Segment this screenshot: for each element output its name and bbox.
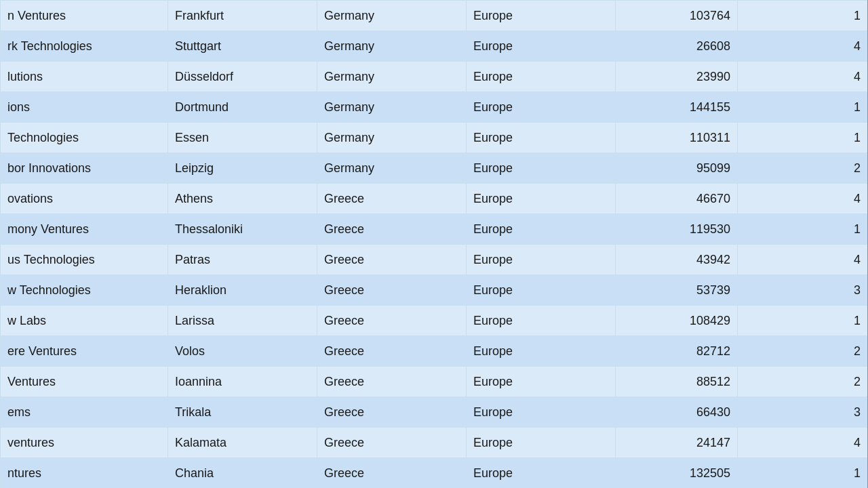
table-cell: Leipzig [168,153,317,184]
table-cell: Germany [317,31,467,62]
table-cell: rk Technologies [1,31,168,62]
table-cell: Europe [467,1,616,31]
table-cell: 1 [738,214,869,245]
table-cell: w Labs [1,306,168,336]
table-cell: Europe [467,184,616,214]
table-cell: Europe [467,397,616,428]
table-container: n VenturesFrankfurtGermanyEurope1037641r… [0,0,868,488]
table-cell: Essen [168,123,317,153]
table-row[interactable]: lutionsDüsseldorfGermanyEurope239904 [1,62,869,92]
table-cell: 82712 [616,336,738,367]
table-cell: Greece [317,306,467,336]
table-cell: 2 [738,367,869,397]
table-cell: 2 [738,336,869,367]
table-cell: Europe [467,245,616,275]
table-cell: Greece [317,367,467,397]
table-cell: ntures [1,458,168,489]
table-cell: 1 [738,92,869,123]
table-cell: 4 [738,31,869,62]
table-cell: lutions [1,62,168,92]
table-cell: Greece [317,184,467,214]
table-cell: 1 [738,1,869,31]
table-cell: 119530 [616,214,738,245]
table-cell: 4 [738,62,869,92]
table-row[interactable]: w LabsLarissaGreeceEurope1084291 [1,306,869,336]
table-cell: Europe [467,275,616,306]
table-cell: 2 [738,153,869,184]
table-row[interactable]: us TechnologiesPatrasGreeceEurope439424 [1,245,869,275]
table-cell: 144155 [616,92,738,123]
table-row[interactable]: n VenturesFrankfurtGermanyEurope1037641 [1,1,869,31]
table-cell: Stuttgart [168,31,317,62]
table-cell: Larissa [168,306,317,336]
table-row[interactable]: ere VenturesVolosGreeceEurope827122 [1,336,869,367]
table-cell: n Ventures [1,1,168,31]
table-cell: Europe [467,214,616,245]
table-cell: Europe [467,428,616,458]
table-cell: 4 [738,245,869,275]
table-cell: 43942 [616,245,738,275]
table-cell: Germany [317,153,467,184]
table-cell: Europe [467,153,616,184]
table-row[interactable]: bor InnovationsLeipzigGermanyEurope95099… [1,153,869,184]
table-cell: 4 [738,184,869,214]
table-cell: Greece [317,245,467,275]
table-cell: Greece [317,275,467,306]
table-cell: Europe [467,306,616,336]
table-cell: Germany [317,123,467,153]
table-cell: 53739 [616,275,738,306]
table-cell: Kalamata [168,428,317,458]
table-cell: mony Ventures [1,214,168,245]
table-cell: Volos [168,336,317,367]
table-cell: ere Ventures [1,336,168,367]
table-cell: 1 [738,458,869,489]
table-cell: 1 [738,123,869,153]
data-table: n VenturesFrankfurtGermanyEurope1037641r… [0,0,868,488]
table-cell: Trikala [168,397,317,428]
table-cell: Heraklion [168,275,317,306]
table-cell: 23990 [616,62,738,92]
table-row[interactable]: TechnologiesEssenGermanyEurope1103111 [1,123,869,153]
table-row[interactable]: rk TechnologiesStuttgartGermanyEurope266… [1,31,869,62]
table-cell: Greece [317,428,467,458]
table-cell: ems [1,397,168,428]
table-cell: 88512 [616,367,738,397]
table-cell: w Technologies [1,275,168,306]
table-row[interactable]: nturesChaniaGreeceEurope1325051 [1,458,869,489]
table-cell: Frankfurt [168,1,317,31]
table-cell: 26608 [616,31,738,62]
table-cell: Germany [317,62,467,92]
table-cell: 95099 [616,153,738,184]
table-cell: Europe [467,62,616,92]
table-cell: 132505 [616,458,738,489]
table-row[interactable]: venturesKalamataGreeceEurope241474 [1,428,869,458]
table-row[interactable]: w TechnologiesHeraklionGreeceEurope53739… [1,275,869,306]
table-cell: 3 [738,275,869,306]
table-row[interactable]: emsTrikalaGreeceEurope664303 [1,397,869,428]
table-cell: Germany [317,92,467,123]
table-cell: Chania [168,458,317,489]
table-cell: Europe [467,458,616,489]
table-cell: Dortmund [168,92,317,123]
table-cell: Thessaloniki [168,214,317,245]
table-cell: 108429 [616,306,738,336]
table-cell: Europe [467,336,616,367]
table-cell: Ioannina [168,367,317,397]
table-cell: Ventures [1,367,168,397]
table-cell: Düsseldorf [168,62,317,92]
table-cell: 1 [738,306,869,336]
table-cell: Technologies [1,123,168,153]
table-cell: Germany [317,1,467,31]
table-row[interactable]: mony VenturesThessalonikiGreeceEurope119… [1,214,869,245]
table-cell: Greece [317,336,467,367]
table-cell: Athens [168,184,317,214]
table-cell: 3 [738,397,869,428]
table-cell: 66430 [616,397,738,428]
table-cell: Greece [317,214,467,245]
table-cell: 103764 [616,1,738,31]
table-row[interactable]: ionsDortmundGermanyEurope1441551 [1,92,869,123]
table-row[interactable]: ovationsAthensGreeceEurope466704 [1,184,869,214]
table-cell: Greece [317,397,467,428]
table-row[interactable]: VenturesIoanninaGreeceEurope885122 [1,367,869,397]
table-cell: Europe [467,367,616,397]
